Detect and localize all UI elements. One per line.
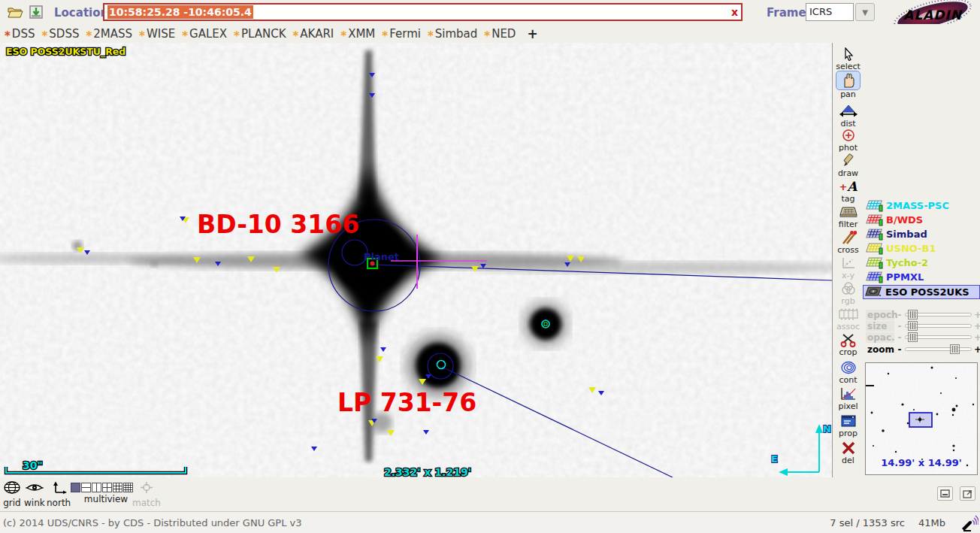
tab-star-icon: * <box>41 32 47 40</box>
server-tabs: *DSS *SDSS *2MASS *WISE *GALEX *PLANCK *… <box>0 24 980 43</box>
tab-star-icon: * <box>428 32 434 40</box>
wink-toggle[interactable]: wink <box>24 481 45 508</box>
slider-minus-button: - <box>897 310 903 320</box>
tab-galex[interactable]: *GALEX <box>180 27 232 41</box>
tab-star-icon: * <box>382 32 388 40</box>
panel-toggle-icon <box>940 489 950 498</box>
tab-fermi[interactable]: *Fermi <box>380 27 426 41</box>
filter-icon <box>833 204 864 220</box>
panel-toggle-button[interactable] <box>937 486 953 501</box>
layer-plane-icon <box>864 228 884 241</box>
tool-select[interactable]: select <box>833 46 864 71</box>
scale-label: 30" <box>23 459 43 471</box>
slider-zoom[interactable]: zoom - + <box>866 344 980 355</box>
layer-tycho-2[interactable]: Tycho-2 <box>864 256 980 270</box>
slider-track <box>905 313 972 316</box>
status-bar: (c) 2014 UDS/CNRS - by CDS - Distributed… <box>0 511 980 533</box>
contour-icon <box>833 359 864 376</box>
layer-usno-b1[interactable]: USNO-B1 <box>864 241 980 256</box>
tool-cross[interactable]: cross <box>833 229 864 254</box>
location-input[interactable]: 10:58:25.28 -10:46:05.4 x <box>103 3 743 21</box>
antenna-icon[interactable] <box>959 513 978 531</box>
layer-bwds[interactable]: B/WDS <box>864 213 980 227</box>
detach-window-button[interactable] <box>960 486 975 501</box>
galaxy-image-icon <box>864 286 883 298</box>
copyright-text: (c) 2014 UDS/CNRS - by CDS - Distributed… <box>0 517 302 528</box>
properties-icon <box>833 413 864 429</box>
tab-star-icon: * <box>182 32 188 40</box>
tool-phot[interactable]: phot <box>833 127 864 152</box>
clear-location-icon[interactable]: x <box>731 6 738 18</box>
layer-stack-panel: 2MASS-PSC B/WDS Simbad USNO-B1 Tycho <box>863 43 980 477</box>
tool-dist[interactable]: dist <box>833 103 864 128</box>
north-up-button[interactable]: north <box>47 481 71 508</box>
slider-minus-button: - <box>897 321 903 332</box>
tool-pixel[interactable]: pixel <box>833 386 864 410</box>
tab-star-icon: * <box>86 32 92 40</box>
eye-icon <box>25 481 44 494</box>
minimap-fov-label: 14.99' x 14.99' <box>866 457 977 468</box>
tab-2mass[interactable]: *2MASS <box>84 27 138 41</box>
tool-del[interactable]: del <box>833 440 864 465</box>
tool-prop[interactable]: prop <box>833 413 864 438</box>
multiview-4-icon[interactable] <box>102 483 112 492</box>
location-label: Location <box>54 6 108 20</box>
fov-size-label: 2.332' x 1.219' <box>384 466 471 477</box>
tab-planck[interactable]: *PLANCK <box>232 27 291 41</box>
grid-toggle[interactable]: grid <box>3 481 21 508</box>
zoom-slider-track[interactable] <box>905 347 972 351</box>
slider-minus-button[interactable]: - <box>897 344 903 355</box>
crossmatch-icon <box>833 229 864 246</box>
scissors-icon <box>833 332 864 348</box>
multiview-1-icon[interactable] <box>71 483 80 492</box>
object-label-lp731-76: LP 731-76 <box>337 388 476 417</box>
overview-minimap[interactable]: 14.99' x 14.99' <box>865 362 978 475</box>
layer-plane-icon <box>864 271 884 283</box>
tab-star-icon: * <box>234 32 240 40</box>
location-value: 10:58:25.28 -10:46:05.4 <box>107 5 253 19</box>
tab-star-icon: * <box>292 32 298 40</box>
zoom-slider-handle[interactable] <box>950 344 960 354</box>
slider-track <box>905 335 972 339</box>
multiview-switcher: multiview <box>71 481 141 504</box>
layer-ppmxl[interactable]: PPMXL <box>864 270 980 284</box>
tool-tag[interactable]: +A tag <box>833 178 864 203</box>
cursor-icon <box>833 46 864 62</box>
tab-simbad[interactable]: *Simbad <box>426 27 482 41</box>
layer-plane-icon <box>864 242 884 255</box>
tab-xmm[interactable]: *XMM <box>339 27 380 41</box>
tab-dss[interactable]: *DSS <box>3 27 40 41</box>
slider-plus-button: + <box>974 321 980 332</box>
tab-ned[interactable]: *NED <box>482 27 521 41</box>
tool-pan[interactable]: pan <box>833 71 864 98</box>
tool-filter[interactable]: filter <box>833 204 864 229</box>
minimap-view-rect[interactable] <box>909 413 932 427</box>
distance-icon <box>833 103 864 120</box>
slider-size: size - + <box>866 320 980 332</box>
tool-draw[interactable]: draw <box>833 153 864 177</box>
tab-sdss[interactable]: *SDSS <box>40 27 84 41</box>
tool-crop[interactable]: crop <box>833 332 864 356</box>
layer-2mass-psc[interactable]: 2MASS-PSC <box>864 198 980 213</box>
delete-icon <box>833 440 864 456</box>
add-server-tab-button[interactable]: + <box>521 26 543 41</box>
slider-opacity: opac. - + <box>866 332 980 343</box>
open-folder-icon[interactable] <box>6 3 24 21</box>
frame-dropdown-arrow-icon[interactable]: ▼ <box>855 3 875 21</box>
multiview-2h-icon[interactable] <box>81 483 91 492</box>
tab-akari[interactable]: *AKARI <box>291 27 339 41</box>
match-button: match <box>132 481 161 508</box>
sky-view-canvas[interactable]: ESO POSS2UKSTU_Red BD-10 3166 LP 731-76 … <box>0 43 832 477</box>
multiview-2v-icon[interactable] <box>92 483 101 492</box>
layer-simbad[interactable]: Simbad <box>864 227 980 241</box>
slider-plus-button[interactable]: + <box>974 344 980 355</box>
globe-grid-icon <box>3 481 21 494</box>
tool-cont[interactable]: cont <box>833 359 864 384</box>
layer-eso-poss2uks[interactable]: ESO POSS2UKS <box>863 285 980 299</box>
multiview-9-icon[interactable] <box>113 483 122 492</box>
pencil-icon <box>833 153 864 169</box>
import-image-icon[interactable] <box>27 3 45 21</box>
frame-select[interactable]: ICRS <box>806 3 854 21</box>
tab-wise[interactable]: *WISE <box>138 27 180 41</box>
tab-star-icon: * <box>5 32 11 40</box>
